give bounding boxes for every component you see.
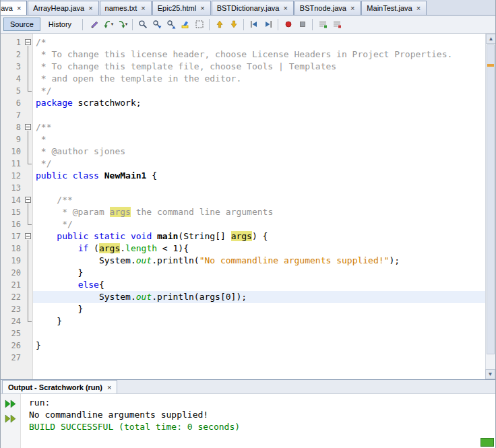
code-fold-toggle-icon[interactable] [24, 121, 33, 133]
last-edit-location-icon[interactable] [87, 18, 101, 32]
shift-line-left-icon[interactable] [247, 18, 261, 32]
code-line[interactable]: 14 /** [1, 194, 485, 206]
code-line[interactable]: 6package scratchwork; [1, 97, 485, 109]
output-text[interactable]: run:No commandline arguments supplied!BU… [21, 394, 495, 448]
editor-tab[interactable]: MainTest.java× [361, 1, 427, 15]
code-line[interactable]: 15 * @param args the command line argume… [1, 206, 485, 218]
tab-close-icon[interactable]: × [140, 5, 146, 11]
editor-tab[interactable]: Epic25.html× [152, 1, 211, 15]
code-line[interactable]: 21 else{ [1, 279, 485, 291]
code-line[interactable]: 7 [1, 109, 485, 121]
output-tab[interactable]: Output - Scratchwork (run) × [2, 380, 117, 393]
fold-collapse-box[interactable] [25, 124, 31, 130]
code-token [36, 243, 78, 253]
rerun-with-different-parameters-icon[interactable] [3, 412, 18, 425]
code-line[interactable]: 23 } [1, 303, 485, 315]
editor-tab[interactable]: BSTnode.java× [294, 1, 361, 15]
scrollbar-thumb[interactable] [487, 44, 495, 354]
code-area[interactable]: 1/*2 * To change this license header, ch… [1, 34, 485, 379]
code-fold-toggle-icon[interactable] [24, 36, 33, 49]
code-line[interactable]: 22 System.out.println(args[0]); [1, 291, 485, 303]
editor-tab[interactable]: ...ava× [1, 1, 27, 15]
code-editor[interactable]: 1/*2 * To change this license header, ch… [1, 34, 495, 379]
fold-collapse-box[interactable] [25, 39, 31, 45]
code-line[interactable]: 26} [1, 340, 485, 352]
editor-toolbar-icons: ▾▾ [87, 18, 344, 32]
select-in-projects-icon[interactable] [192, 18, 206, 32]
fold-collapse-box[interactable] [25, 197, 31, 203]
code-line[interactable]: 18 if (args.length < 1){ [1, 243, 485, 255]
code-line[interactable]: 10 * @author sjones [1, 146, 485, 158]
code-lines: 1/*2 * To change this license header, ch… [1, 36, 485, 364]
code-text: * @author sjones [33, 146, 485, 158]
code-fold-guide [24, 206, 33, 218]
history-view-button[interactable]: History [42, 18, 78, 31]
chevron-down-icon[interactable]: ▾ [125, 22, 128, 27]
code-fold-toggle-icon[interactable] [24, 230, 33, 243]
code-line[interactable]: 24 } [1, 315, 485, 327]
editor-vertical-scrollbar[interactable]: ▲ ▼ [485, 34, 495, 379]
back-icon[interactable]: ▾ [101, 18, 115, 32]
rerun-icon[interactable] [3, 397, 18, 410]
code-token: * [36, 134, 46, 144]
code-token: * To change this license header, choose … [36, 49, 452, 59]
tab-close-icon[interactable]: × [350, 5, 355, 11]
line-number: 20 [1, 267, 24, 279]
uncomment-icon[interactable] [330, 18, 344, 32]
tab-close-icon[interactable]: × [88, 5, 93, 11]
error-stripe-mark[interactable] [487, 64, 494, 67]
tab-close-icon[interactable]: × [199, 5, 205, 11]
code-line[interactable]: 16 */ [1, 218, 485, 230]
source-view-button[interactable]: Source [3, 18, 40, 31]
editor-tab[interactable]: BSTDictionary.java× [212, 1, 294, 15]
code-line[interactable]: 27 [1, 352, 485, 364]
stop-macro-recording-icon[interactable] [295, 18, 309, 32]
find-selection-icon[interactable] [135, 18, 150, 32]
previous-bookmark-icon[interactable] [212, 18, 226, 32]
next-bookmark-icon[interactable] [226, 18, 241, 32]
code-line[interactable]: 20 } [1, 267, 485, 279]
code-line[interactable]: 4 * and open the template in the editor. [1, 73, 485, 85]
code-text: if (args.length < 1){ [33, 243, 485, 255]
fold-collapse-box[interactable] [25, 233, 31, 239]
editor-tab[interactable]: names.txt× [100, 1, 152, 15]
scroll-up-arrow-icon[interactable]: ▲ [486, 34, 495, 44]
code-line[interactable]: 25 [1, 327, 485, 340]
tab-label: names.txt [105, 4, 137, 12]
scroll-down-arrow-icon[interactable]: ▼ [485, 369, 495, 379]
code-token: args [110, 207, 131, 217]
code-token: * @param [36, 207, 110, 217]
code-line[interactable]: 9 * [1, 133, 485, 146]
code-line[interactable]: 5 */ [1, 85, 485, 97]
comment-icon[interactable] [315, 18, 330, 32]
output-tab-close-icon[interactable]: × [107, 383, 111, 391]
toggle-highlight-search-icon[interactable] [178, 18, 192, 32]
tab-close-icon[interactable]: × [282, 5, 288, 11]
code-line[interactable]: 13 [1, 182, 485, 194]
line-number: 1 [1, 36, 24, 49]
code-line[interactable]: 17 public static void main(String[] args… [1, 230, 485, 243]
start-macro-recording-icon[interactable] [281, 18, 295, 32]
code-fold-guide [24, 255, 33, 267]
tab-close-icon[interactable]: × [416, 5, 421, 11]
shift-line-right-icon[interactable] [261, 18, 275, 32]
forward-icon[interactable]: ▾ [115, 18, 129, 32]
find-previous-occurrence-icon[interactable] [164, 18, 178, 32]
code-line[interactable]: 2 * To change this license header, choos… [1, 49, 485, 61]
code-line[interactable]: 1/* [1, 36, 485, 49]
code-line[interactable]: 11 */ [1, 158, 485, 170]
code-token: .println( [152, 255, 199, 265]
code-line[interactable]: 19 System.out.println("No commandline ar… [1, 255, 485, 267]
code-token: } [36, 267, 83, 278]
code-line[interactable]: 8/** [1, 121, 485, 133]
code-line[interactable]: 12public class NewMain1 { [1, 170, 485, 182]
tab-close-icon[interactable]: × [16, 5, 22, 11]
output-line: BUILD SUCCESSFUL (total time: 0 seconds) [29, 421, 495, 433]
toolbar-separator [278, 19, 278, 30]
code-token: ) { [252, 231, 268, 241]
code-line[interactable]: 3 * To change this template file, choose… [1, 61, 485, 73]
code-fold-toggle-icon[interactable] [24, 194, 33, 206]
find-next-occurrence-icon[interactable] [150, 18, 164, 32]
editor-tab[interactable]: ArrayHeap.java× [28, 1, 98, 15]
chevron-down-icon[interactable]: ▾ [111, 22, 114, 27]
